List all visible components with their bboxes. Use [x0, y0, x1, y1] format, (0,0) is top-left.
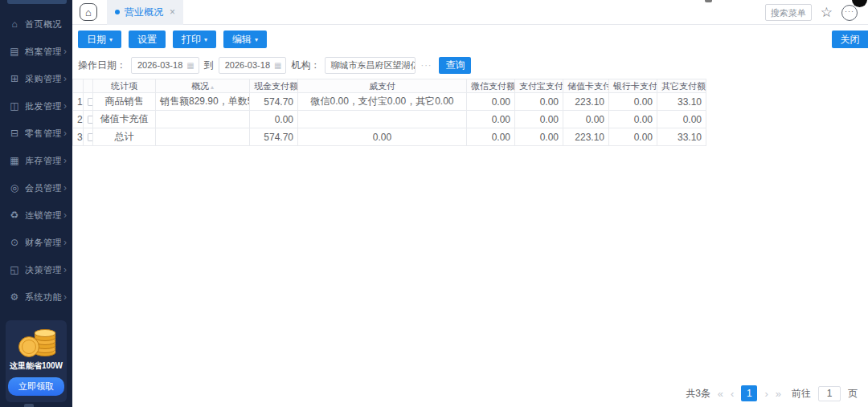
date-from-value: 2026-03-18: [137, 60, 182, 70]
table-cell: 0.00: [467, 111, 515, 128]
row-checkbox-cell: [84, 93, 93, 111]
date-from-input[interactable]: 2026-03-18 ▦: [131, 57, 199, 74]
table-cell: 商品销售: [93, 93, 156, 111]
archive-icon: ▤: [9, 46, 20, 57]
goto-page-input[interactable]: [818, 386, 841, 401]
next-page-icon[interactable]: ›: [764, 388, 768, 400]
table-cell: 0.00: [563, 111, 609, 128]
sidebar-item-label: 批发管理: [25, 100, 63, 112]
table-cell: 0.00: [515, 93, 563, 111]
table-cell: 0.00: [250, 111, 298, 128]
chevron-right-icon: ›: [63, 264, 67, 275]
org-select[interactable]: 聊城市东昌府区望湖亿沣便利店: [325, 57, 416, 74]
summary-table: 统计项概况▴现金支付额威支付微信支付额支付宝支付额储值卡支付额银行卡支付额其它支…: [72, 79, 706, 146]
table-cell: 574.70: [250, 128, 298, 146]
table-cell: 总计: [93, 128, 156, 146]
sidebar-item-6[interactable]: ◎会员管理›: [0, 174, 72, 201]
more-ellipsis-icon[interactable]: ···: [841, 5, 858, 21]
query-button[interactable]: 查询: [439, 57, 471, 74]
to-label: 到: [204, 59, 214, 72]
sidebar-item-10[interactable]: ⚙系统功能›: [0, 283, 72, 311]
toolbar-button-3[interactable]: 编辑▾: [223, 31, 267, 48]
first-page-icon[interactable]: «: [718, 388, 723, 400]
toolbar-button-label: 日期: [87, 33, 106, 47]
sidebar-item-9[interactable]: ◱决策管理›: [0, 256, 72, 283]
date-label: 操作日期：: [78, 59, 126, 72]
row-index: 1: [73, 93, 84, 111]
toolbar-button-2[interactable]: 打印▾: [173, 31, 216, 48]
sidebar-item-label: 档案管理: [25, 46, 63, 58]
tab-business-overview[interactable]: 营业概况 ×: [107, 0, 183, 25]
claim-now-button[interactable]: 立即领取: [8, 377, 64, 396]
toolbar-button-1[interactable]: 设置: [129, 31, 166, 48]
sidebar-item-label: 会员管理: [25, 182, 63, 194]
promo-text: 这里能省100W: [6, 360, 67, 372]
chevron-right-icon: ›: [63, 46, 67, 57]
table-row[interactable]: 2储值卡充值0.000.000.000.000.000.00: [73, 111, 706, 128]
goto-label: 前往: [792, 387, 811, 401]
row-checkbox-cell: [84, 111, 93, 128]
tab-bar-right: ☆ ···: [765, 4, 858, 21]
last-page-icon[interactable]: »: [776, 388, 781, 400]
pagination: 共3条 « ‹ 1 › » 前往 页: [686, 385, 858, 401]
date-to-input[interactable]: 2026-03-18 ▦: [219, 57, 287, 74]
home-icon[interactable]: ⌂: [80, 3, 97, 21]
sort-caret-icon[interactable]: ▴: [211, 83, 214, 91]
page-number-active[interactable]: 1: [741, 385, 757, 401]
sidebar-item-5[interactable]: ▦库存管理›: [0, 147, 72, 174]
page-unit-label: 页: [848, 387, 858, 401]
table-cell: 0.00: [467, 128, 515, 146]
chevron-down-icon: ▾: [109, 36, 113, 43]
toolbar-button-label: 打印: [182, 33, 201, 47]
toolbar-button-label: 编辑: [232, 33, 252, 47]
row-checkbox[interactable]: [88, 116, 93, 124]
table-cell: 销售额829.90，单数5: [156, 93, 250, 111]
table-cell: 223.10: [563, 93, 609, 111]
tab-close-icon[interactable]: ×: [170, 6, 175, 18]
sidebar-item-3[interactable]: ◫批发管理›: [0, 92, 72, 120]
table-row[interactable]: 1商品销售销售额829.90，单数5574.70微信0.00，支付宝0.00，其…: [73, 93, 706, 111]
table-cell: 储值卡充值: [93, 111, 156, 128]
date-to-value: 2026-03-18: [225, 60, 270, 70]
table-cell: 0.00: [609, 111, 657, 128]
retail-icon: ⊟: [9, 128, 20, 139]
calendar-icon: ▦: [186, 61, 194, 70]
row-checkbox[interactable]: [88, 98, 93, 106]
sidebar-item-label: 决策管理: [25, 264, 63, 276]
table-row[interactable]: 3总计574.700.000.000.00223.100.0033.10: [73, 128, 706, 146]
favorite-star-icon[interactable]: ☆: [821, 6, 833, 19]
sidebar-item-4[interactable]: ⊟零售管理›: [0, 120, 72, 147]
org-label: 机构：: [291, 59, 320, 72]
column-header: 威支付: [298, 79, 467, 93]
chevron-down-icon: ▾: [255, 36, 258, 43]
chevron-right-icon: ›: [63, 100, 67, 112]
toolbar: 日期▾设置打印▾编辑▾ 关闭: [72, 31, 868, 48]
table-cell: 223.10: [563, 128, 609, 146]
sidebar-item-label: 财务管理: [25, 237, 63, 249]
prev-page-icon[interactable]: ‹: [731, 388, 734, 400]
menu-search-input[interactable]: [765, 4, 812, 21]
column-header: 储值卡支付额: [563, 79, 609, 93]
tab-label: 营业概况: [125, 6, 163, 19]
table-cell: 0.00: [609, 128, 657, 146]
chevron-down-icon: ▾: [204, 36, 207, 43]
toolbar-button-0[interactable]: 日期▾: [78, 31, 121, 48]
sidebar-item-label: 零售管理: [25, 128, 63, 140]
sidebar-item-0[interactable]: ⌂首页概况: [0, 10, 72, 38]
column-header[interactable]: 概况▴: [156, 79, 250, 93]
sidebar-item-1[interactable]: ▤档案管理›: [0, 38, 72, 65]
row-checkbox[interactable]: [88, 133, 93, 141]
wholesale-icon: ◫: [9, 100, 20, 112]
toolbar-button-label: 设置: [137, 33, 157, 47]
sidebar-item-2[interactable]: ⊞采购管理›: [0, 65, 72, 92]
chevron-right-icon: ›: [63, 182, 67, 193]
sidebar-item-label: 连锁管理: [25, 210, 63, 222]
tab-active-dot-icon: [115, 10, 120, 14]
table-cell: 574.70: [250, 93, 298, 111]
sidebar-item-7[interactable]: ♻连锁管理›: [0, 201, 72, 229]
table-cell: [156, 128, 250, 146]
table-cell: 33.10: [657, 128, 706, 146]
close-button[interactable]: 关闭: [832, 31, 868, 48]
sidebar-item-8[interactable]: ⊙财务管理›: [0, 229, 72, 256]
sidebar-bottom-artifact: [24, 404, 34, 407]
